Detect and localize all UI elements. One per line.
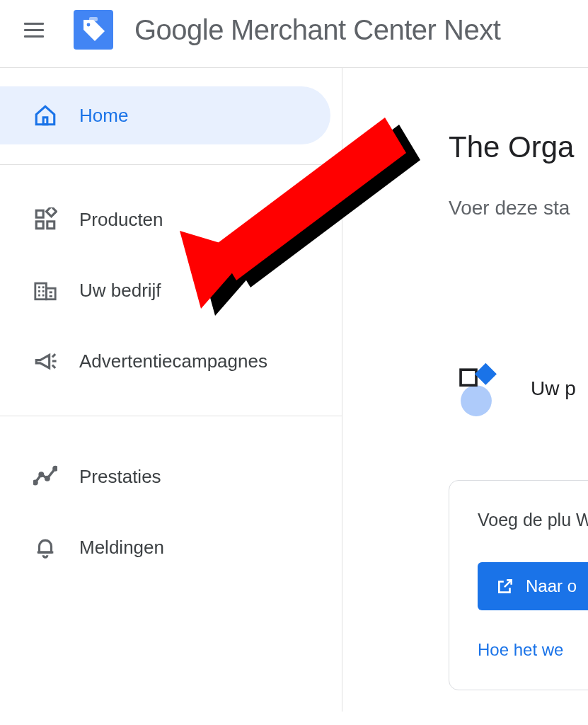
- bell-icon: [33, 535, 58, 560]
- svg-rect-8: [46, 288, 55, 299]
- svg-rect-6: [46, 207, 56, 217]
- menu-button[interactable]: [21, 17, 47, 42]
- widgets-icon: [33, 207, 58, 232]
- campaign-icon: [33, 348, 58, 374]
- svg-point-23: [54, 467, 57, 470]
- sidebar-item-home[interactable]: Home: [0, 86, 330, 144]
- svg-point-20: [34, 481, 38, 484]
- open-external-icon: [496, 577, 514, 595]
- merchant-center-logo: [74, 10, 113, 50]
- app-title: Google Merchant Center Next: [134, 14, 500, 46]
- main-content: The Orga Voer deze sta Uw p Voeg de plu …: [342, 68, 588, 712]
- app-title-brand: Google: [134, 14, 224, 46]
- svg-rect-4: [36, 222, 43, 229]
- svg-rect-5: [47, 222, 54, 229]
- business-icon: [33, 278, 58, 303]
- onboarding-card-text: Voeg de plu WooComme instellingen: [478, 506, 588, 534]
- sidebar-item-performance[interactable]: Prestaties: [0, 447, 342, 506]
- analytics-icon: [33, 464, 58, 489]
- sidebar-item-label: Prestaties: [79, 466, 161, 488]
- sidebar-item-label: Uw bedrijf: [79, 280, 161, 302]
- svg-rect-30: [461, 370, 476, 385]
- svg-rect-2: [43, 118, 47, 125]
- sidebar: Home Producten: [0, 68, 342, 712]
- onboarding-card: Voeg de plu WooComme instellingen Naar o…: [449, 480, 588, 690]
- page-heading: The Orga: [449, 130, 588, 164]
- home-icon: [33, 103, 58, 128]
- app-title-product: Merchant Center Next: [231, 14, 500, 46]
- svg-line-19: [52, 365, 55, 368]
- sidebar-item-products[interactable]: Producten: [0, 190, 342, 249]
- products-icon: [449, 361, 504, 416]
- svg-line-17: [52, 354, 55, 357]
- go-to-button[interactable]: Naar o: [478, 562, 588, 610]
- sidebar-item-notifications[interactable]: Meldingen: [0, 518, 342, 576]
- products-summary-row: Uw p: [449, 361, 588, 416]
- price-tag-icon: [79, 16, 108, 44]
- go-to-button-label: Naar o: [526, 576, 577, 596]
- svg-rect-31: [475, 363, 497, 385]
- sidebar-item-label: Home: [79, 105, 128, 127]
- svg-point-29: [461, 385, 492, 416]
- svg-rect-3: [36, 210, 43, 217]
- sidebar-item-ad-campaigns[interactable]: Advertentiecampagnes: [0, 332, 342, 390]
- svg-point-22: [46, 477, 50, 481]
- sidebar-item-label: Meldingen: [79, 537, 164, 559]
- sidebar-item-your-business[interactable]: Uw bedrijf: [0, 261, 342, 319]
- page-subheading: Voer deze sta: [449, 197, 588, 219]
- products-summary-label: Uw p: [531, 377, 576, 400]
- app-body: Home Producten: [0, 67, 588, 712]
- sidebar-item-label: Advertentiecampagnes: [79, 350, 267, 372]
- svg-point-21: [40, 473, 43, 476]
- svg-rect-7: [35, 283, 47, 299]
- how-it-works-link[interactable]: Hoe het we: [478, 640, 588, 660]
- app-header: Google Merchant Center Next: [0, 0, 588, 67]
- svg-point-1: [87, 23, 91, 27]
- sidebar-item-label: Producten: [79, 209, 163, 231]
